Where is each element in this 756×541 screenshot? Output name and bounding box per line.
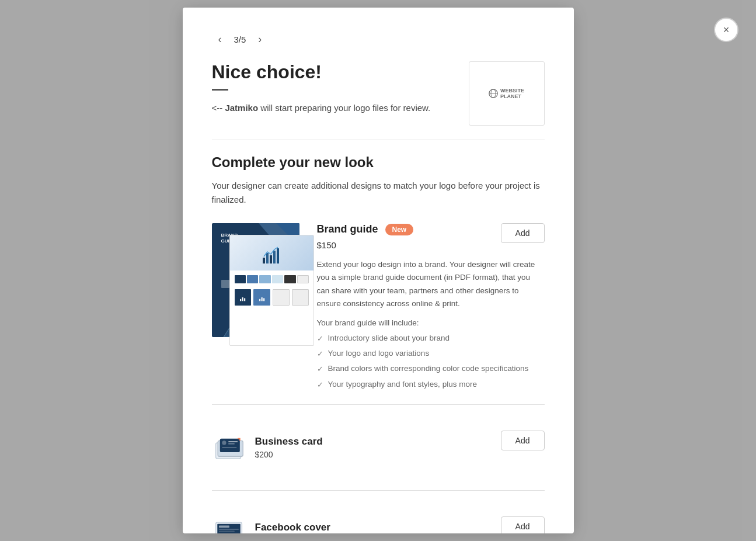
check-icon-1: ✓: [317, 334, 323, 344]
svg-rect-7: [266, 253, 269, 263]
brand-guide-info: Brand guide New $150 Add Extend your log…: [317, 223, 545, 390]
checklist-item-1: ✓ Introductory slide about your brand: [317, 333, 545, 344]
product-divider-2: [212, 490, 545, 491]
business-card-info: Business card $200: [255, 436, 492, 459]
subtitle-text: <-- Jatmiko will start preparing your lo…: [212, 101, 451, 115]
checklist-text-1: Introductory slide about your brand: [328, 333, 450, 344]
svg-rect-8: [270, 255, 272, 263]
svg-rect-16: [263, 298, 264, 301]
title-divider: [212, 89, 228, 91]
nav-counter: 3/5: [234, 34, 246, 44]
logo-preview: WEBSITEPLANET: [469, 61, 545, 126]
svg-rect-22: [228, 443, 235, 445]
business-card-icon-wrap: [212, 431, 246, 464]
business-card-price: $200: [255, 450, 492, 459]
business-card-name: Business card: [255, 436, 492, 448]
next-arrow-button[interactable]: ›: [252, 31, 268, 47]
checklist-item-2: ✓ Your logo and logo variations: [317, 348, 545, 359]
includes-label: Your brand guide will include:: [317, 318, 545, 327]
svg-rect-21: [228, 441, 238, 442]
swatch-row-2: [235, 289, 309, 306]
facebook-cover-info: Facebook cover $75: [255, 522, 492, 533]
checklist-text-3: Brand colors with corresponding color co…: [328, 363, 529, 374]
prev-arrow-button[interactable]: ‹: [212, 31, 228, 47]
brand-guide-image: BRANDGUIDELINES: [212, 223, 317, 340]
subtitle-arrow: <--: [212, 103, 225, 113]
product-divider-1: [212, 404, 545, 405]
facebook-cover-icon: [214, 518, 244, 533]
svg-rect-23: [222, 447, 236, 448]
website-planet-logo: WEBSITEPLANET: [489, 88, 524, 99]
product-header-brand-guide: Brand guide New: [317, 223, 414, 235]
brand-guide-add-button[interactable]: Add: [501, 223, 545, 243]
new-badge: New: [385, 224, 414, 235]
brand-guide-card: BRANDGUIDELINES: [212, 223, 545, 390]
brand-guide-front-header: [230, 235, 313, 270]
brand-guide-page-front: [229, 235, 314, 346]
swatch-row-1: [235, 275, 309, 283]
facebook-cover-add-button[interactable]: Add: [501, 516, 545, 533]
facebook-cover-name: Facebook cover: [255, 522, 492, 533]
svg-rect-12: [242, 297, 243, 301]
business-card-add-button[interactable]: Add: [501, 431, 545, 450]
business-card-row: Business card $200 Add: [212, 419, 545, 476]
checklist-item-3: ✓ Brand colors with corresponding color …: [317, 363, 545, 374]
svg-rect-15: [261, 297, 262, 301]
check-icon-3: ✓: [317, 364, 323, 374]
brand-guide-description: Extend your logo design into a brand. Yo…: [317, 258, 545, 310]
svg-rect-26: [218, 525, 229, 528]
brand-guide-front-body: [230, 270, 313, 345]
svg-rect-27: [218, 529, 238, 530]
facebook-cover-icon-wrap: [212, 516, 246, 533]
checklist-text-2: Your logo and logo variations: [328, 348, 430, 359]
svg-rect-14: [259, 299, 260, 301]
brand-guide-top-row: Brand guide New $150 Add: [317, 223, 545, 258]
navigation-bar: ‹ 3/5 ›: [212, 31, 545, 47]
check-icon-4: ✓: [317, 380, 323, 390]
svg-rect-20: [222, 441, 226, 445]
svg-rect-9: [273, 251, 276, 263]
logo-preview-inner: WEBSITEPLANET: [489, 88, 524, 99]
subtitle-suffix: will start preparing your logo files for…: [258, 103, 430, 113]
header-left: Nice choice! <-- Jatmiko will start prep…: [212, 61, 451, 115]
section-title: Complete your new look: [212, 154, 545, 171]
checklist-text-4: Your typography and font styles, plus mo…: [328, 379, 477, 390]
check-icon-2: ✓: [317, 349, 323, 359]
header-divider: [212, 140, 545, 140]
svg-rect-19: [220, 439, 239, 452]
brand-guide-illustration: BRANDGUIDELINES: [212, 223, 311, 340]
main-title: Nice choice!: [212, 61, 451, 83]
overlay-background: × ‹ 3/5 › Nice choice! <-- Jatmiko will …: [0, 0, 756, 541]
brand-guide-name: Brand guide: [317, 223, 378, 235]
checklist-item-4: ✓ Your typography and font styles, plus …: [317, 379, 545, 390]
svg-rect-6: [263, 258, 265, 263]
svg-rect-28: [218, 530, 234, 532]
modal-container: ‹ 3/5 › Nice choice! <-- Jatmiko will st…: [183, 8, 574, 533]
header-section: Nice choice! <-- Jatmiko will start prep…: [212, 61, 545, 126]
brand-guide-price: $150: [317, 240, 414, 250]
brand-guide-checklist: ✓ Introductory slide about your brand ✓ …: [317, 333, 545, 390]
svg-rect-13: [244, 298, 245, 301]
brand-guide-title-area: Brand guide New $150: [317, 223, 414, 258]
svg-rect-11: [240, 299, 241, 301]
close-button[interactable]: ×: [714, 18, 738, 42]
business-card-icon: [214, 432, 244, 463]
section-description: Your designer can create additional desi…: [212, 179, 545, 207]
designer-name: Jatmiko: [225, 103, 258, 113]
svg-rect-10: [277, 248, 279, 263]
facebook-cover-row: Facebook cover $75 Add: [212, 505, 545, 533]
